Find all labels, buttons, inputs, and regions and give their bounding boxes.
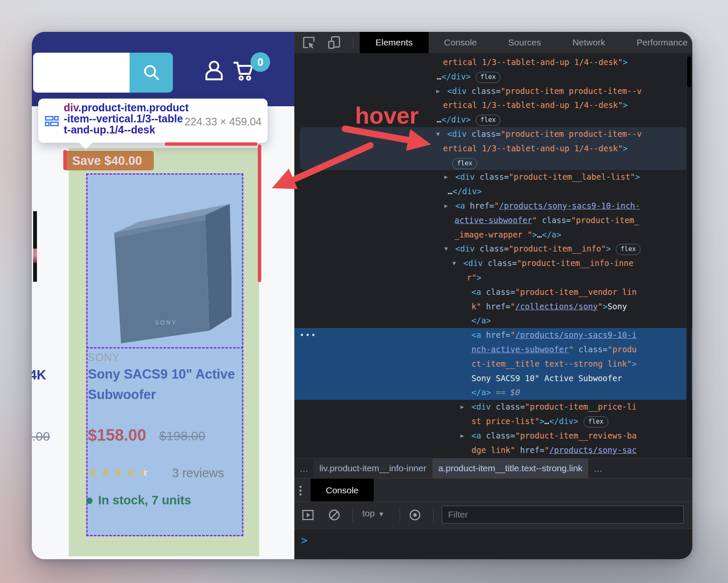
code-str: "product-item_ xyxy=(571,215,639,225)
tree-line[interactable]: </a> xyxy=(294,314,692,328)
tree-line[interactable]: ▶<div class="product-item__price-li xyxy=(294,400,692,414)
code-attr: class= xyxy=(475,244,509,253)
tab-console-drawer[interactable]: Console xyxy=(310,478,374,502)
code-ell: … xyxy=(537,230,542,239)
product-title-line2[interactable]: Subwoofer xyxy=(88,387,156,402)
tree-line[interactable]: st price-list">…</div>flex xyxy=(294,414,692,429)
tree-line[interactable]: •••<a href="/products/sony-sacs9-10-i xyxy=(294,328,692,342)
flex-badge[interactable]: flex xyxy=(584,416,608,427)
code-str: " xyxy=(511,302,515,311)
collapse-arrow-icon[interactable]: ▼ xyxy=(444,242,448,256)
tree-line[interactable]: ertical 1/3--tablet-and-up 1/4--desk"> xyxy=(294,98,692,113)
toolbar-separator xyxy=(400,508,400,522)
neighbor-product-image xyxy=(33,211,37,282)
account-icon[interactable] xyxy=(202,57,226,83)
console-prompt-chevron[interactable]: > xyxy=(301,534,308,546)
neighbor-product-title: 4K xyxy=(32,368,46,383)
code-str: ertical 1/3--tablet-and-up 1/4--desk" xyxy=(443,144,623,153)
tree-line[interactable]: ▶<div class="product-item__label-list"> xyxy=(294,170,692,184)
expand-arrow-icon[interactable]: ▶ xyxy=(444,170,448,184)
tree-group: ertical 1/3--tablet-and-up 1/4--desk">…<… xyxy=(294,55,692,127)
tab-elements[interactable]: Elements xyxy=(360,32,429,53)
star-rating: ★★★★★★ xyxy=(87,464,150,480)
code-txt: Sony SACS9 10" Active Subwoofer xyxy=(471,374,622,383)
search-input[interactable] xyxy=(33,53,130,93)
tree-line[interactable]: ▶<a href="/products/sony-sacs9-10-inch- xyxy=(294,199,692,213)
tree-line[interactable]: ▼<div class="product-item__info-inne xyxy=(294,256,692,271)
tab-performance[interactable]: Performance xyxy=(621,32,692,53)
breadcrumb-overflow-left[interactable]: … xyxy=(294,464,313,474)
inspect-overlay-divider xyxy=(86,347,243,348)
code-tag: > xyxy=(606,244,611,253)
tree-line[interactable]: ct-item__title text--strong link"> xyxy=(294,357,692,371)
tree-line[interactable]: active-subwoofer" class="product-item_ xyxy=(294,213,692,228)
tree-line[interactable]: r"> xyxy=(294,271,692,285)
context-selector[interactable]: top▼ xyxy=(362,508,384,518)
tree-line[interactable]: …</div>flex xyxy=(294,70,692,84)
console-sidebar-icon[interactable] xyxy=(301,508,315,522)
tree-line[interactable]: …</div> xyxy=(294,184,692,199)
console-filter-input[interactable] xyxy=(442,506,684,524)
code-str: "product-item product-item--v xyxy=(501,86,642,96)
flex-badge[interactable]: flex xyxy=(476,72,500,83)
collapse-arrow-icon[interactable]: ▼ xyxy=(452,256,456,271)
tree-line[interactable]: …</div>flex xyxy=(294,113,692,127)
search-button[interactable] xyxy=(130,53,173,93)
tree-line[interactable]: ▶<a class="product-item__reviews-ba xyxy=(294,429,692,443)
device-toolbar-icon[interactable] xyxy=(327,36,341,49)
devtools-tabbar: ElementsConsoleSourcesNetworkPerformance xyxy=(294,32,692,53)
tree-line[interactable]: <a class="product-item__vendor lin xyxy=(294,285,692,300)
inspect-element-icon[interactable] xyxy=(302,36,316,49)
code-link: /products/sony-sacs9-10-inch- xyxy=(499,201,640,210)
expand-arrow-icon[interactable]: ▶ xyxy=(460,429,464,443)
tree-line[interactable]: k" href="/collections/sony">Sony xyxy=(294,300,692,314)
expand-arrow-icon[interactable]: ▶ xyxy=(444,199,448,213)
product-image[interactable]: SONY xyxy=(104,190,231,347)
selected-node-gutter-dots[interactable]: ••• xyxy=(299,328,316,342)
expand-arrow-icon[interactable]: ▶ xyxy=(436,84,440,99)
collapse-arrow-icon[interactable]: ▼ xyxy=(436,127,440,142)
code-tag: <a xyxy=(471,330,481,340)
tree-line[interactable]: ▼<div class="product-item product-item--… xyxy=(294,127,692,142)
tree-line[interactable]: dge link" href="/products/sony-sac xyxy=(294,443,692,458)
product-vendor[interactable]: SONY xyxy=(88,351,120,364)
inspect-tooltip: div.product-item.product -item--vertical… xyxy=(38,99,268,143)
code-tag: > xyxy=(477,273,481,282)
tab-network[interactable]: Network xyxy=(557,32,621,53)
tree-line[interactable]: ertical 1/3--tablet-and-up 1/4--desk"> xyxy=(294,55,692,70)
product-compare-price: $198.00 xyxy=(159,429,205,443)
live-expression-eye-icon[interactable] xyxy=(408,508,422,522)
breadcrumb-item[interactable]: liv.product-item__info-inner xyxy=(313,458,432,478)
toolbar-separator xyxy=(353,508,353,522)
tree-line[interactable]: ▶<div class="product-item product-item--… xyxy=(294,84,692,99)
breadcrumb-item[interactable]: a.product-item__title.text--strong.link xyxy=(432,458,589,478)
flex-badge[interactable]: flex xyxy=(476,115,500,126)
code-str: "product-item__info-inne xyxy=(517,258,634,268)
tab-console[interactable]: Console xyxy=(429,32,493,53)
tree-line[interactable]: Sony SACS9 10" Active Subwoofer xyxy=(294,371,692,386)
expand-arrow-icon[interactable]: ▶ xyxy=(460,400,464,414)
clear-console-icon[interactable] xyxy=(327,508,341,522)
code-attr: class= xyxy=(481,431,515,440)
more-options-icon[interactable] xyxy=(299,484,302,497)
tree-line[interactable]: ertical 1/3--tablet-and-up 1/4--desk"> xyxy=(294,142,692,156)
hover-annotation-label: hover xyxy=(355,102,419,129)
review-count[interactable]: 3 reviews xyxy=(172,466,224,480)
tab-sources[interactable]: Sources xyxy=(493,32,557,53)
tree-line[interactable]: ▼<div class="product-item__info">flex xyxy=(294,242,692,256)
flex-badge[interactable]: flex xyxy=(616,244,641,255)
product-title-line1[interactable]: Sony SACS9 10" Active xyxy=(88,367,235,382)
breadcrumb-overflow-right[interactable]: … xyxy=(588,464,607,474)
toolbar-separator xyxy=(353,37,353,48)
tree-line[interactable]: _image-wrapper ">…</a> xyxy=(294,228,692,242)
tree-line[interactable]: flex xyxy=(294,156,692,170)
code-str: ertical 1/3--tablet-and-up 1/4--desk" xyxy=(443,100,623,110)
console-drawer-tabbar: Console xyxy=(294,478,692,502)
code-attr: class= xyxy=(467,86,501,96)
tree-line[interactable]: nch-active-subwoofer" class="produ xyxy=(294,342,692,357)
code-str: "product-item__price-li xyxy=(525,402,637,411)
code-eq: == xyxy=(491,388,511,397)
devtools-panel: ElementsConsoleSourcesNetworkPerformance… xyxy=(294,32,692,559)
flex-badge[interactable]: flex xyxy=(452,158,477,169)
tree-line[interactable]: </a> == $0 xyxy=(294,385,692,400)
